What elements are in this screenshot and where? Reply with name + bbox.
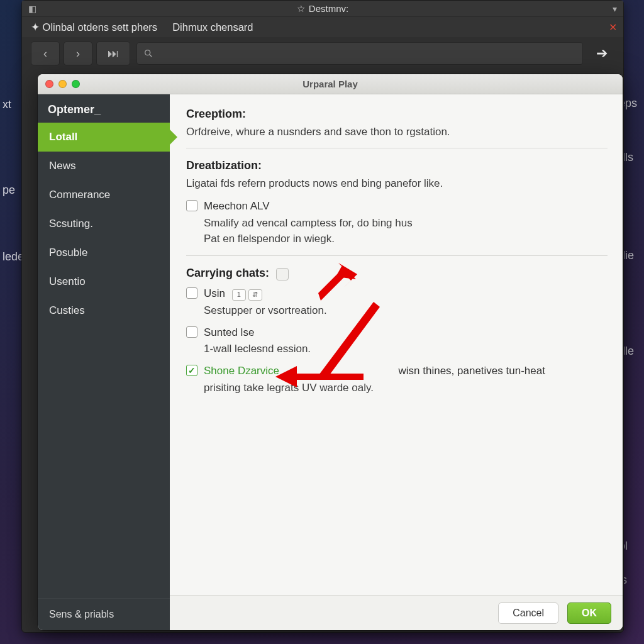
sidebar-item-lotall[interactable]: Lotall	[38, 123, 170, 152]
dialog-title: Urparal Play	[38, 79, 623, 89]
dialog-titlebar[interactable]: Urparal Play	[38, 74, 623, 94]
checkbox-usin[interactable]	[186, 287, 197, 299]
svg-point-0	[145, 50, 150, 55]
checkbox-label: Meechon ALV	[204, 199, 270, 214]
window-title: Destmnv:	[309, 3, 348, 14]
sidebar-item-news[interactable]: News	[38, 152, 170, 180]
desktop-label: lede	[3, 250, 24, 264]
divider	[186, 255, 608, 256]
checkbox-shone[interactable]	[186, 365, 197, 376]
section-text: Orfdreive, whure a nusnders and save tho…	[186, 125, 608, 140]
window-control-icon[interactable]: ▾	[613, 4, 617, 14]
search-icon	[143, 48, 153, 58]
star-icon: ☆	[297, 3, 305, 14]
ok-button[interactable]: OK	[567, 602, 611, 624]
preferences-sidebar: Optemer_ Lotall News Comnerance Scsuting…	[38, 94, 170, 630]
toolbar: ‹ › ⏭ ➔	[22, 37, 623, 70]
sidebar-item-custies[interactable]: Custies	[38, 296, 170, 325]
search-input[interactable]	[136, 42, 583, 65]
number-field[interactable]: 1	[232, 289, 246, 301]
option-subtext: prisiting take legrats UV warde oaly.	[204, 380, 608, 396]
sidebar-item-usentio[interactable]: Usentio	[38, 267, 170, 296]
checkbox-sunted[interactable]	[186, 326, 197, 338]
window-titlebar[interactable]: ◧ ☆ Destmnv: ▾	[22, 1, 623, 17]
section-text: Ligatai fds refern products nows end bin…	[186, 176, 608, 192]
sidebar-header: Optemer_	[38, 94, 170, 123]
preferences-dialog: Urparal Play Optemer_ Lotall News Comner…	[38, 74, 623, 630]
desktop-label: xt	[3, 98, 11, 111]
sidebar-footer[interactable]: Sens & priabls	[38, 598, 170, 630]
tab-strip: ✦ Olinbal otdens sett phers Dihmux chens…	[22, 17, 623, 37]
desktop-label: pe	[3, 184, 15, 197]
checkbox-label: Usin 1 ⇵	[204, 286, 262, 302]
option-subtext: Smalify ad vencal camptess for, do bing …	[204, 216, 608, 231]
preferences-content: Creeptiom: Orfdreive, whure a nusnders a…	[170, 94, 623, 595]
go-arrow-button[interactable]: ➔	[589, 42, 614, 65]
window-menu-icon[interactable]: ◧	[28, 4, 36, 14]
tab-secondary[interactable]: Dihmux chensard	[172, 21, 253, 33]
section-title: Carrying chats:	[186, 265, 608, 281]
close-icon[interactable]: ✕	[609, 21, 617, 33]
dialog-button-bar: Cancel OK	[170, 595, 623, 630]
cancel-button[interactable]: Cancel	[498, 602, 558, 624]
checkbox-label: Shone Dzarvice wisn thines, panetives tu…	[204, 364, 545, 379]
option-subtext: 1-wall leclesnd ession.	[204, 341, 608, 357]
nav-forward-button[interactable]: ›	[64, 42, 92, 65]
checkbox-meechon[interactable]	[186, 200, 197, 211]
sidebar-item-posuble[interactable]: Posuble	[38, 238, 170, 267]
stepper-icon[interactable]: ⇵	[248, 289, 262, 301]
svg-line-1	[150, 55, 152, 57]
tab-settings[interactable]: ✦ Olinbal otdens sett phers	[31, 21, 157, 33]
nav-back-button[interactable]: ‹	[31, 42, 60, 65]
divider	[186, 148, 608, 148]
option-subtext: Pat en flelspendor in wiegk.	[204, 231, 608, 247]
sidebar-item-comnerance[interactable]: Comnerance	[38, 180, 170, 209]
option-subtext: Sestupper or vsortreation.	[204, 303, 608, 319]
nav-skip-button[interactable]: ⏭	[96, 42, 130, 65]
help-icon[interactable]	[276, 268, 289, 280]
checkbox-label: Sunted lse	[204, 325, 254, 341]
section-title: Dreatbization:	[186, 157, 608, 174]
section-title: Creeptiom:	[186, 106, 608, 122]
sidebar-item-scsuting[interactable]: Scsuting.	[38, 209, 170, 238]
